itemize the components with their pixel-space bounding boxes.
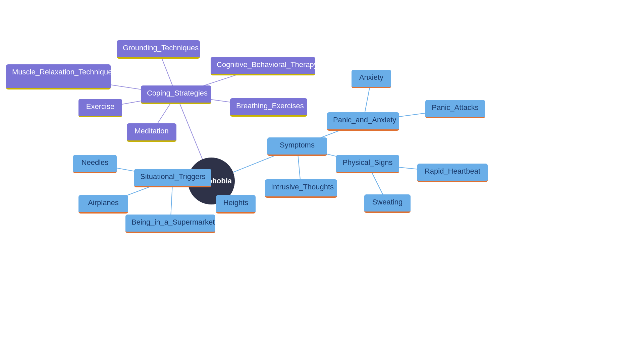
node-situational[interactable]: Situational_Triggers xyxy=(134,169,211,187)
node-muscle[interactable]: Muscle_Relaxation_Techniques xyxy=(6,64,111,89)
node-exercise[interactable]: Exercise xyxy=(78,99,122,117)
node-intrusive[interactable]: Intrusive_Thoughts xyxy=(265,179,337,198)
node-sweating[interactable]: Sweating xyxy=(364,194,411,213)
node-panic_attacks[interactable]: Panic_Attacks xyxy=(425,100,485,118)
node-symptoms[interactable]: Symptoms xyxy=(267,137,327,156)
node-physical_signs[interactable]: Physical_Signs xyxy=(336,155,399,173)
node-rapid[interactable]: Rapid_Heartbeat xyxy=(417,164,488,182)
node-anxiety[interactable]: Anxiety xyxy=(352,70,391,88)
node-supermarket[interactable]: Being_in_a_Supermarket xyxy=(125,215,215,233)
node-needles[interactable]: Needles xyxy=(73,155,117,173)
node-panic_anxiety[interactable]: Panic_and_Anxiety xyxy=(327,112,399,131)
node-breathing[interactable]: Breathing_Exercises xyxy=(230,98,307,117)
node-meditation[interactable]: Meditation xyxy=(127,123,176,142)
node-grounding[interactable]: Grounding_Techniques xyxy=(117,40,200,59)
node-heights[interactable]: Heights xyxy=(216,195,256,214)
node-coping_strategies[interactable]: Coping_Strategies xyxy=(141,85,211,104)
node-cbt[interactable]: Cognitive_Behavioral_Therapy xyxy=(211,57,315,75)
node-airplanes[interactable]: Airplanes xyxy=(78,195,128,214)
